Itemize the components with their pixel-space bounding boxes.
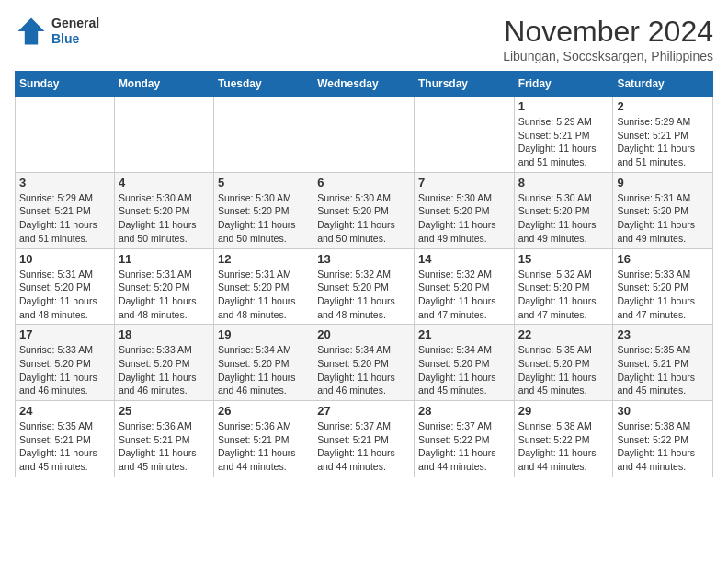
day-info: Sunrise: 5:31 AM Sunset: 5:20 PM Dayligh… xyxy=(218,268,309,322)
day-number: 4 xyxy=(119,176,210,190)
calendar-cell: 21Sunrise: 5:34 AM Sunset: 5:20 PM Dayli… xyxy=(414,325,514,401)
weekday-header-thursday: Thursday xyxy=(414,72,514,97)
day-number: 24 xyxy=(19,404,110,418)
calendar-cell: 23Sunrise: 5:35 AM Sunset: 5:21 PM Dayli… xyxy=(613,325,713,401)
calendar-week-2: 3Sunrise: 5:29 AM Sunset: 5:21 PM Daylig… xyxy=(16,172,713,248)
calendar-cell: 6Sunrise: 5:30 AM Sunset: 5:20 PM Daylig… xyxy=(313,172,415,248)
day-number: 7 xyxy=(418,176,510,190)
calendar-week-3: 10Sunrise: 5:31 AM Sunset: 5:20 PM Dayli… xyxy=(16,248,713,325)
day-info: Sunrise: 5:34 AM Sunset: 5:20 PM Dayligh… xyxy=(218,343,309,397)
day-number: 9 xyxy=(617,176,709,190)
day-info: Sunrise: 5:37 AM Sunset: 5:22 PM Dayligh… xyxy=(418,419,510,474)
day-info: Sunrise: 5:35 AM Sunset: 5:20 PM Dayligh… xyxy=(518,343,609,397)
calendar-cell: 19Sunrise: 5:34 AM Sunset: 5:20 PM Dayli… xyxy=(213,325,313,401)
calendar-cell: 5Sunrise: 5:30 AM Sunset: 5:20 PM Daylig… xyxy=(213,172,313,248)
day-number: 19 xyxy=(218,327,309,341)
title-area: November 2024 Libungan, Soccsksargen, Ph… xyxy=(503,15,713,63)
logo-general: General xyxy=(51,16,99,31)
calendar-cell: 28Sunrise: 5:37 AM Sunset: 5:22 PM Dayli… xyxy=(414,401,514,477)
day-number: 28 xyxy=(418,404,510,418)
day-number: 16 xyxy=(617,252,709,266)
calendar-cell xyxy=(414,97,514,173)
weekday-header-wednesday: Wednesday xyxy=(313,72,415,97)
weekday-header-row: SundayMondayTuesdayWednesdayThursdayFrid… xyxy=(16,72,713,97)
day-number: 26 xyxy=(218,404,309,418)
logo: General Blue xyxy=(15,15,99,48)
calendar-cell: 13Sunrise: 5:32 AM Sunset: 5:20 PM Dayli… xyxy=(313,248,415,325)
day-info: Sunrise: 5:32 AM Sunset: 5:20 PM Dayligh… xyxy=(317,268,410,322)
calendar-cell: 26Sunrise: 5:36 AM Sunset: 5:21 PM Dayli… xyxy=(213,401,313,477)
day-info: Sunrise: 5:29 AM Sunset: 5:21 PM Dayligh… xyxy=(19,191,110,246)
day-number: 17 xyxy=(19,327,110,341)
calendar-cell xyxy=(16,97,115,173)
day-number: 20 xyxy=(317,327,410,341)
logo-text: General Blue xyxy=(51,16,99,47)
calendar-cell: 15Sunrise: 5:32 AM Sunset: 5:20 PM Dayli… xyxy=(514,248,613,325)
day-number: 18 xyxy=(119,327,210,341)
calendar-cell: 24Sunrise: 5:35 AM Sunset: 5:21 PM Dayli… xyxy=(16,401,115,477)
day-info: Sunrise: 5:33 AM Sunset: 5:20 PM Dayligh… xyxy=(119,343,210,397)
day-number: 29 xyxy=(518,404,609,418)
calendar-cell: 9Sunrise: 5:31 AM Sunset: 5:20 PM Daylig… xyxy=(613,172,713,248)
day-info: Sunrise: 5:29 AM Sunset: 5:21 PM Dayligh… xyxy=(617,115,709,169)
day-info: Sunrise: 5:36 AM Sunset: 5:21 PM Dayligh… xyxy=(218,419,309,474)
calendar-cell: 12Sunrise: 5:31 AM Sunset: 5:20 PM Dayli… xyxy=(213,248,313,325)
day-number: 10 xyxy=(19,252,110,266)
calendar-cell xyxy=(213,97,313,173)
day-info: Sunrise: 5:31 AM Sunset: 5:20 PM Dayligh… xyxy=(119,268,210,322)
calendar-cell: 22Sunrise: 5:35 AM Sunset: 5:20 PM Dayli… xyxy=(514,325,613,401)
day-number: 27 xyxy=(317,404,410,418)
day-info: Sunrise: 5:30 AM Sunset: 5:20 PM Dayligh… xyxy=(119,191,210,246)
page-header: General Blue November 2024 Libungan, Soc… xyxy=(15,15,713,63)
calendar-cell xyxy=(114,97,213,173)
svg-marker-0 xyxy=(18,18,45,45)
day-info: Sunrise: 5:32 AM Sunset: 5:20 PM Dayligh… xyxy=(518,268,609,322)
calendar-cell: 1Sunrise: 5:29 AM Sunset: 5:21 PM Daylig… xyxy=(514,97,613,173)
calendar-cell: 17Sunrise: 5:33 AM Sunset: 5:20 PM Dayli… xyxy=(16,325,115,401)
day-number: 12 xyxy=(218,252,309,266)
calendar-cell: 2Sunrise: 5:29 AM Sunset: 5:21 PM Daylig… xyxy=(613,97,713,173)
calendar-cell: 30Sunrise: 5:38 AM Sunset: 5:22 PM Dayli… xyxy=(613,401,713,477)
month-title: November 2024 xyxy=(503,15,713,49)
calendar-week-5: 24Sunrise: 5:35 AM Sunset: 5:21 PM Dayli… xyxy=(16,401,713,477)
day-info: Sunrise: 5:34 AM Sunset: 5:20 PM Dayligh… xyxy=(418,343,510,397)
day-info: Sunrise: 5:38 AM Sunset: 5:22 PM Dayligh… xyxy=(617,419,709,474)
day-info: Sunrise: 5:31 AM Sunset: 5:20 PM Dayligh… xyxy=(19,268,110,322)
logo-icon xyxy=(15,15,48,48)
day-number: 23 xyxy=(617,327,709,341)
day-info: Sunrise: 5:29 AM Sunset: 5:21 PM Dayligh… xyxy=(518,115,609,169)
calendar-week-1: 1Sunrise: 5:29 AM Sunset: 5:21 PM Daylig… xyxy=(16,97,713,173)
day-number: 21 xyxy=(418,327,510,341)
calendar-table: SundayMondayTuesdayWednesdayThursdayFrid… xyxy=(15,71,713,477)
day-info: Sunrise: 5:31 AM Sunset: 5:20 PM Dayligh… xyxy=(617,191,709,246)
day-info: Sunrise: 5:30 AM Sunset: 5:20 PM Dayligh… xyxy=(218,191,309,246)
calendar-cell: 11Sunrise: 5:31 AM Sunset: 5:20 PM Dayli… xyxy=(114,248,213,325)
day-info: Sunrise: 5:37 AM Sunset: 5:21 PM Dayligh… xyxy=(317,419,410,474)
weekday-header-sunday: Sunday xyxy=(16,72,115,97)
day-info: Sunrise: 5:33 AM Sunset: 5:20 PM Dayligh… xyxy=(617,268,709,322)
calendar-cell: 10Sunrise: 5:31 AM Sunset: 5:20 PM Dayli… xyxy=(16,248,115,325)
day-number: 2 xyxy=(617,99,709,113)
day-number: 30 xyxy=(617,404,709,418)
day-info: Sunrise: 5:35 AM Sunset: 5:21 PM Dayligh… xyxy=(19,419,110,474)
day-number: 25 xyxy=(119,404,210,418)
weekday-header-tuesday: Tuesday xyxy=(213,72,313,97)
day-number: 6 xyxy=(317,176,410,190)
day-info: Sunrise: 5:30 AM Sunset: 5:20 PM Dayligh… xyxy=(518,191,609,246)
location: Libungan, Soccsksargen, Philippines xyxy=(503,49,713,63)
day-number: 14 xyxy=(418,252,510,266)
calendar-cell: 27Sunrise: 5:37 AM Sunset: 5:21 PM Dayli… xyxy=(313,401,415,477)
day-info: Sunrise: 5:30 AM Sunset: 5:20 PM Dayligh… xyxy=(317,191,410,246)
calendar-cell: 14Sunrise: 5:32 AM Sunset: 5:20 PM Dayli… xyxy=(414,248,514,325)
day-info: Sunrise: 5:36 AM Sunset: 5:21 PM Dayligh… xyxy=(119,419,210,474)
day-number: 13 xyxy=(317,252,410,266)
calendar-cell: 3Sunrise: 5:29 AM Sunset: 5:21 PM Daylig… xyxy=(16,172,115,248)
weekday-header-saturday: Saturday xyxy=(613,72,713,97)
weekday-header-monday: Monday xyxy=(114,72,213,97)
calendar-cell: 16Sunrise: 5:33 AM Sunset: 5:20 PM Dayli… xyxy=(613,248,713,325)
day-info: Sunrise: 5:32 AM Sunset: 5:20 PM Dayligh… xyxy=(418,268,510,322)
day-number: 5 xyxy=(218,176,309,190)
calendar-week-4: 17Sunrise: 5:33 AM Sunset: 5:20 PM Dayli… xyxy=(16,325,713,401)
calendar-cell: 18Sunrise: 5:33 AM Sunset: 5:20 PM Dayli… xyxy=(114,325,213,401)
weekday-header-friday: Friday xyxy=(514,72,613,97)
